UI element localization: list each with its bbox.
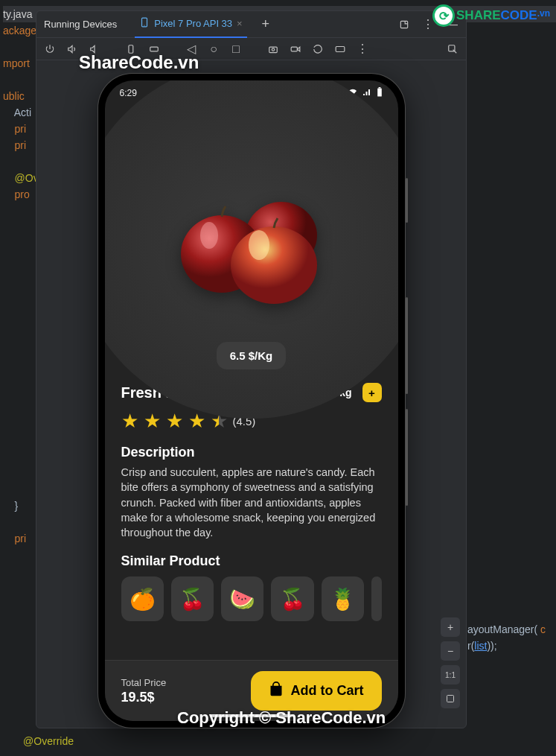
- zoom-controls: + − 1:1: [441, 617, 460, 708]
- device-tab[interactable]: Pixel 7 Pro API 33 ×: [135, 11, 246, 38]
- svg-rect-11: [336, 46, 345, 51]
- svg-point-8: [272, 48, 275, 51]
- svg-marker-3: [68, 45, 72, 52]
- nav-overview-icon[interactable]: □: [230, 43, 242, 55]
- svg-rect-6: [150, 47, 159, 51]
- star-icon: ★: [188, 410, 205, 433]
- description-body: Crisp and succulent, apples are nature's…: [121, 465, 382, 540]
- similar-item-watermelon[interactable]: 🍉: [221, 576, 263, 621]
- phone-device-frame: 6:29 Detail: [98, 74, 405, 728]
- add-tab-button[interactable]: +: [259, 18, 272, 31]
- zoom-out-button[interactable]: −: [441, 641, 460, 661]
- panel-header: Running Devices Pixel 7 Pro API 33 × + ⋮…: [36, 11, 466, 38]
- svg-rect-14: [378, 87, 380, 88]
- svg-point-18: [200, 222, 218, 249]
- zoom-reset-button[interactable]: 1:1: [441, 665, 460, 684]
- record-icon[interactable]: [290, 43, 301, 55]
- similar-item-orange[interactable]: 🍊: [121, 576, 164, 621]
- svg-point-17: [231, 226, 317, 304]
- signal-icon: [362, 88, 372, 99]
- price-badge: 6.5 $/Kg: [217, 342, 287, 369]
- close-tab-icon[interactable]: ×: [237, 18, 243, 29]
- screenshot-icon[interactable]: [267, 43, 279, 55]
- copyright-watermark: Copyright © ShareCode.vn: [177, 708, 386, 728]
- similar-item-cherries[interactable]: 🍒: [271, 576, 313, 621]
- product-hero: 6.5 $/Kg: [105, 150, 398, 372]
- bag-icon: [269, 682, 284, 700]
- logo-text-3: .vn: [537, 8, 550, 19]
- reload-icon[interactable]: [312, 43, 324, 55]
- running-devices-panel: Running Devices Pixel 7 Pro API 33 × + ⋮…: [36, 10, 467, 728]
- list-variable-link[interactable]: list: [474, 640, 487, 652]
- toolbar-more-icon[interactable]: ⋮: [357, 43, 368, 55]
- phone-screen: 6:29 Detail: [105, 80, 398, 721]
- star-icon: ★: [121, 410, 138, 433]
- star-icon: ★: [166, 410, 182, 433]
- logo-text-1: SHARE: [456, 8, 501, 22]
- similar-item-cherry[interactable]: 🍒: [171, 576, 214, 621]
- svg-point-1: [144, 25, 145, 26]
- similar-heading: Similar Product: [121, 553, 382, 569]
- panel-title: Running Devices: [44, 19, 117, 30]
- sharecode-logo: ⟳ SHARECODE.vn: [432, 4, 550, 27]
- similar-products-row: 🍊 🍒 🍉 🍒 🍍: [121, 576, 382, 621]
- svg-rect-9: [291, 47, 297, 51]
- product-image: [173, 194, 330, 306]
- total-price-label: Total Price: [121, 677, 167, 688]
- nav-home-icon[interactable]: ○: [208, 43, 220, 55]
- status-time: 6:29: [120, 88, 137, 98]
- emulator-viewport: 6:29 Detail: [36, 60, 466, 728]
- svg-marker-4: [91, 45, 95, 52]
- total-price-value: 19.5$: [121, 690, 167, 705]
- inspect-icon[interactable]: [447, 43, 458, 55]
- zoom-in-button[interactable]: +: [441, 617, 460, 637]
- svg-point-19: [249, 230, 269, 260]
- zoom-fit-button[interactable]: [441, 689, 460, 708]
- logo-text-2: CODE: [501, 8, 537, 22]
- star-icon: ★: [144, 410, 160, 433]
- similar-item-pineapple[interactable]: 🍍: [322, 576, 364, 621]
- watermark-text: ShareCode.vn: [79, 52, 199, 73]
- svg-rect-13: [377, 88, 382, 96]
- add-to-cart-label: Add to Cart: [291, 683, 364, 699]
- pin-icon[interactable]: [397, 18, 411, 31]
- increase-quantity-button[interactable]: +: [362, 383, 382, 402]
- device-tab-label: Pixel 7 Pro API 33: [154, 18, 232, 29]
- add-to-cart-button[interactable]: Add to Cart: [251, 671, 382, 711]
- battery-icon: [376, 87, 383, 100]
- volume-up-icon[interactable]: [66, 43, 78, 55]
- device-side-button: [406, 297, 408, 394]
- description-heading: Description: [121, 445, 382, 460]
- power-icon[interactable]: [44, 43, 56, 55]
- svg-rect-2: [400, 21, 407, 28]
- svg-rect-7: [269, 47, 278, 53]
- logo-icon: ⟳: [432, 4, 455, 27]
- similar-item-more[interactable]: [371, 576, 381, 621]
- device-side-button: [406, 409, 408, 506]
- device-side-button: [406, 178, 408, 223]
- svg-rect-20: [447, 696, 454, 702]
- phone-icon: [139, 17, 150, 30]
- keyboard-icon[interactable]: [334, 43, 346, 55]
